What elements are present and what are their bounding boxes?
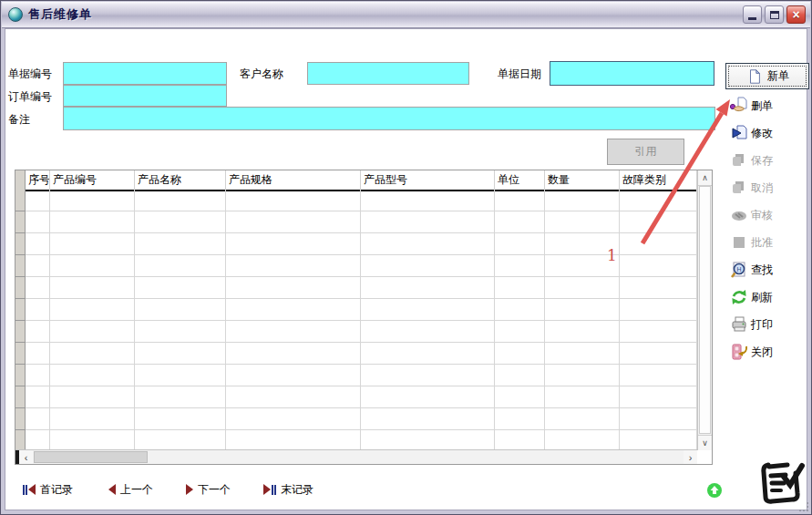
column-header-product-spec[interactable]: 产品规格 [226, 170, 361, 190]
table-cell [26, 321, 50, 343]
toolbar-button-label: 修改 [751, 126, 773, 141]
table-row[interactable] [15, 190, 697, 211]
nav-label: 末记录 [281, 482, 313, 498]
cancel-button[interactable]: 取消 [730, 177, 810, 199]
table-cell [495, 299, 545, 321]
table-cell [50, 190, 135, 211]
table-cell [620, 233, 697, 255]
find-button[interactable]: H 查找 [730, 259, 810, 281]
status-dot-icon [706, 482, 723, 499]
table-cell [495, 386, 545, 408]
next-record-button[interactable]: 下一个 [186, 481, 231, 498]
table-cell [135, 343, 226, 365]
table-cell [50, 211, 135, 233]
nav-label: 下一个 [198, 482, 231, 498]
window-title: 售后维修单 [28, 6, 92, 23]
table-row[interactable] [15, 211, 697, 233]
refresh-button[interactable]: 刷新 [730, 286, 810, 308]
table-cell [50, 386, 135, 408]
resize-grip[interactable] [799, 502, 808, 511]
table-row[interactable] [15, 233, 697, 255]
horizontal-scrollbar-thumb[interactable] [34, 451, 148, 463]
table-row[interactable] [15, 277, 697, 299]
document-number-input[interactable] [63, 62, 227, 85]
toolbar-button-label: 刷新 [751, 290, 773, 305]
table-cell [545, 190, 620, 211]
application-window: 售后维修单 × 单据编号 客户名称 单据日期 订单编号 备注 引用 新单 删单 … [0, 0, 812, 515]
table-cell [545, 233, 620, 255]
customer-name-label: 客户名称 [240, 67, 283, 82]
table-cell [135, 255, 226, 277]
print-button[interactable]: 打印 [730, 314, 810, 335]
column-header-fault-category[interactable]: 故障类别 [620, 170, 697, 190]
reference-button[interactable]: 引用 [607, 139, 684, 165]
table-cell [135, 408, 226, 430]
table-cell [545, 365, 620, 386]
close-form-button[interactable]: 关闭 [730, 341, 810, 363]
scroll-left-arrow[interactable]: ‹ [19, 450, 33, 464]
table-cell [361, 430, 495, 450]
maximize-button[interactable] [765, 5, 784, 24]
table-cell [620, 430, 697, 450]
table-row[interactable] [15, 408, 697, 430]
new-order-button[interactable]: 新单 [725, 63, 809, 89]
last-record-button[interactable]: 末记录 [263, 481, 313, 498]
table-cell [620, 386, 697, 408]
table-cell [495, 430, 545, 450]
minimize-button[interactable] [743, 5, 762, 24]
table-row[interactable] [15, 430, 697, 450]
column-header-quantity[interactable]: 数量 [545, 170, 620, 190]
document-date-input[interactable] [550, 61, 714, 86]
table-cell [620, 255, 697, 277]
delete-order-icon [730, 97, 748, 115]
table-cell [226, 277, 361, 299]
scroll-right-arrow[interactable]: › [684, 450, 697, 464]
table-row[interactable] [15, 343, 697, 365]
column-header-product-number[interactable]: 产品编号 [50, 170, 135, 190]
first-record-button[interactable]: 首记录 [23, 481, 73, 498]
scroll-up-arrow[interactable]: ∧ [698, 170, 712, 186]
approve-button[interactable]: 批准 [730, 232, 810, 253]
row-selector-cell [15, 211, 26, 233]
row-selector-cell [15, 430, 26, 450]
column-header-seq[interactable]: 序号 [26, 170, 50, 190]
row-selector-cell [15, 386, 26, 408]
review-button[interactable]: 审核 [730, 204, 810, 226]
table-cell [50, 299, 135, 321]
table-cell [135, 430, 226, 450]
table-cell [620, 190, 697, 211]
column-header-product-model[interactable]: 产品型号 [361, 170, 495, 190]
vertical-scrollbar-thumb[interactable] [699, 186, 711, 434]
table-row[interactable] [15, 321, 697, 343]
table-cell [495, 408, 545, 430]
customer-name-input[interactable] [307, 62, 469, 85]
table-cell [495, 255, 545, 277]
table-row[interactable] [15, 365, 697, 386]
column-header-product-name[interactable]: 产品名称 [135, 170, 226, 190]
new-order-icon [745, 67, 764, 86]
row-selector-cell [15, 321, 26, 343]
column-header-unit[interactable]: 单位 [495, 170, 545, 190]
vertical-scrollbar[interactable]: ∧ ∨ [697, 170, 712, 450]
table-cell [135, 365, 226, 386]
close-button[interactable]: × [786, 5, 806, 24]
save-button[interactable]: 保存 [730, 149, 810, 171]
table-row[interactable] [15, 386, 697, 408]
table-cell [361, 233, 495, 255]
table-cell [545, 277, 620, 299]
table-row[interactable] [15, 255, 697, 277]
scroll-down-arrow[interactable]: ∨ [698, 435, 712, 450]
modify-button[interactable]: 修改 [730, 122, 810, 144]
horizontal-scrollbar[interactable]: ‹ › [15, 449, 697, 464]
row-selector-cell [15, 233, 26, 255]
row-selector-header[interactable] [15, 170, 26, 190]
table-row[interactable] [15, 299, 697, 321]
table-cell [226, 386, 361, 408]
delete-order-button[interactable]: 删单 [730, 95, 810, 117]
order-number-input[interactable] [63, 85, 227, 107]
table-cell [50, 233, 135, 255]
table-cell [226, 430, 361, 450]
remarks-input[interactable] [63, 107, 715, 130]
previous-record-button[interactable]: 上一个 [108, 481, 153, 498]
toolbar-button-label: 删单 [751, 98, 773, 114]
